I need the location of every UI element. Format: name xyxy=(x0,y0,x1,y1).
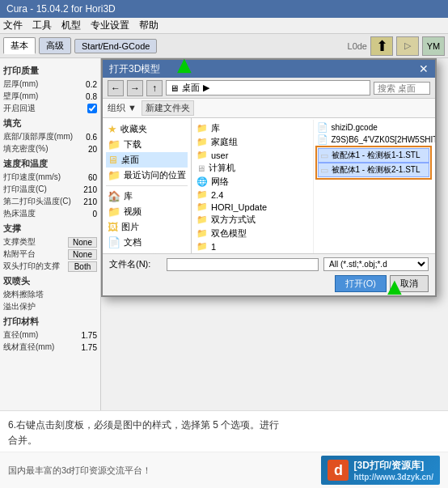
prop-overflow: 溢出保护 xyxy=(3,301,97,312)
section-speed-temp: 速度和温度 xyxy=(3,158,97,170)
folder-1-icon: 📁 xyxy=(197,241,208,252)
dialog-body: ★ 收藏夹 📁 下载 🖥 桌面 📁 最近访 xyxy=(103,118,435,253)
sidebar-video[interactable]: 📁 视频 xyxy=(106,204,188,219)
sidebar-pictures[interactable]: 🖼 图片 xyxy=(106,219,188,235)
desktop-icon: 🖥 xyxy=(108,154,118,166)
prop-diameter: 直径(mm) 1.75 xyxy=(3,329,97,341)
stl2-icon: ▭ xyxy=(320,165,328,176)
prop-print-temp: 打印温度(C) 210 xyxy=(3,184,97,195)
toolbar-icon1[interactable]: ⬆ xyxy=(370,36,393,56)
documents-icon: 📄 xyxy=(108,236,120,248)
path-text: 桌面 xyxy=(182,82,200,94)
footer-buttons: 打开(O) 取消 xyxy=(109,275,429,292)
dialog-main-toolbar: 组织 ▼ 新建文件夹 xyxy=(103,99,435,118)
dialog-close-button[interactable]: ✕ xyxy=(419,62,429,75)
menu-help[interactable]: 帮助 xyxy=(139,19,158,32)
dialog-title-bar: 打开3D模型 ✕ xyxy=(103,60,435,78)
dialog-path[interactable]: 🖥 桌面 ▶ xyxy=(166,80,370,95)
desktop-label: 桌面 xyxy=(121,154,139,166)
menu-tools[interactable]: 工具 xyxy=(32,19,52,32)
tab-gcode[interactable]: Start/End-GCode xyxy=(74,39,157,53)
app-title: Cura - 15.04.2 for Hori3D xyxy=(6,3,116,15)
retraction-checkbox[interactable] xyxy=(87,104,97,113)
menu-file[interactable]: 文件 xyxy=(3,19,23,32)
section-support: 支撑 xyxy=(3,223,97,235)
file-item-hori[interactable]: 📁 HORI_Update xyxy=(195,201,311,213)
file-item-network[interactable]: 🌐 网络 xyxy=(195,175,311,189)
menu-pro-settings[interactable]: 专业设置 xyxy=(91,19,129,32)
library-label: 库 xyxy=(124,190,133,202)
menu-machine[interactable]: 机型 xyxy=(61,19,81,32)
file-item-shizi[interactable]: 📄 shiziD.gcode xyxy=(315,121,433,134)
sidebar-downloads[interactable]: 📁 下载 xyxy=(106,137,188,152)
file-item-computer[interactable]: 🖥 计算机 xyxy=(195,161,311,175)
toolbar-icon2[interactable]: ▷ xyxy=(396,36,419,56)
downloads-label: 下载 xyxy=(124,138,142,151)
sidebar-desktop[interactable]: 🖥 桌面 xyxy=(106,152,188,168)
prop-bed-temp: 热床温度 0 xyxy=(3,208,97,219)
pictures-icon: 🖼 xyxy=(108,221,118,233)
sidebar-favorites[interactable]: ★ 收藏夹 xyxy=(106,121,188,137)
content-area: ▼ 打开3D模型 ✕ ← → ↑ 🖥 桌面 ▶ xyxy=(101,58,448,410)
prop-support-type: 支撑类型 None xyxy=(3,236,97,248)
section-material: 打印材料 xyxy=(3,316,97,328)
dialog-forward-button[interactable]: → xyxy=(127,80,143,96)
video-label: 视频 xyxy=(124,206,142,218)
section-dual-head: 双喷头 xyxy=(3,275,97,287)
filename-label: 文件名(N): xyxy=(109,258,162,270)
dialog-toolbar: ← → ↑ 🖥 桌面 ▶ xyxy=(103,78,435,99)
file-item-user[interactable]: 📁 user xyxy=(195,149,311,161)
brand-text-container: [3D打印/资源库] http://www.3dzyk.cn/ xyxy=(353,459,433,482)
sidebar-library[interactable]: 🏠 库 xyxy=(106,189,188,204)
open-button[interactable]: 打开(O) xyxy=(335,275,387,292)
library-folder-icon: 📁 xyxy=(197,123,208,134)
brand-d-letter: d xyxy=(328,460,349,481)
open-file-dialog: 打开3D模型 ✕ ← → ↑ 🖥 桌面 ▶ 组织 xyxy=(101,58,437,297)
dual-support-value: Both xyxy=(68,261,97,272)
title-bar: Cura - 15.04.2 for Hori3D xyxy=(0,0,448,18)
favorites-label: 收藏夹 xyxy=(120,123,147,135)
prop-filament-diameter: 线材直径(mm) 1.75 xyxy=(3,342,97,353)
file-item-homegroup[interactable]: 📁 家庭组 xyxy=(195,135,311,149)
filetype-select[interactable]: All (*.stl;*.obj;*.d xyxy=(323,257,429,271)
bottom-text-area: 6.右键点击刻度板，必须是图中的样式，选择第 5 个选项。进行 合并。 xyxy=(0,410,448,452)
video-icon: 📁 xyxy=(108,206,120,218)
file-item-stl2[interactable]: ▭ 被配体1 - 检测板2-1.STL xyxy=(318,163,430,177)
dialog-search-input[interactable] xyxy=(374,82,430,95)
organize-button[interactable]: 组织 ▼ xyxy=(108,102,137,114)
prop-adhesion: 粘附平台 None xyxy=(3,248,97,260)
new-folder-button[interactable]: 新建文件夹 xyxy=(142,100,194,116)
file-item-24[interactable]: 📁 2.4 xyxy=(195,189,311,201)
path-arrow: ▶ xyxy=(203,83,209,93)
dialog-sidebar: ★ 收藏夹 📁 下载 🖥 桌面 📁 最近访 xyxy=(103,118,192,253)
selected-files-group: ▭ 被配体1 - 检测板1-1.STL ▭ 被配体1 - 检测板2-1.STL xyxy=(315,146,433,180)
prop-head2-temp: 第二打印头温度(C) 210 xyxy=(3,196,97,207)
user-folder-icon: 📁 xyxy=(197,150,208,160)
green-arrow-bottom: ▼ xyxy=(382,275,407,303)
dialog-back-button[interactable]: ← xyxy=(108,80,124,96)
bottom-line2: 合并。 xyxy=(8,435,37,446)
dual-color-icon: 📁 xyxy=(197,228,208,239)
shizi-icon: 📄 xyxy=(317,122,328,133)
section-print-quality: 打印质量 xyxy=(3,65,97,77)
filename-input[interactable] xyxy=(167,258,319,271)
dual-method-icon: 📁 xyxy=(197,214,208,225)
computer-icon2: 🖥 xyxy=(197,163,205,173)
sidebar-documents[interactable]: 📄 文档 xyxy=(106,235,188,250)
recent-label: 最近访问的位置 xyxy=(124,169,186,181)
file-item-z9s[interactable]: 📄 Z9S)B6_4'VZK0S[2HW5SHIT xyxy=(315,134,433,146)
library-icon: 🏠 xyxy=(108,190,120,202)
prop-wall-thickness: 壁厚(mm) 0.8 xyxy=(3,91,97,102)
dialog-up-button[interactable]: ↑ xyxy=(146,80,163,96)
toolbar-ym[interactable]: YM xyxy=(422,36,445,56)
file-item-dual-method[interactable]: 📁 双方方式试 xyxy=(195,213,311,227)
branding-area: 国内最丰富的3d打印资源交流平台！ d [3D打印/资源库] http://ww… xyxy=(0,452,448,488)
file-item-library[interactable]: 📁 库 xyxy=(195,121,311,135)
file-item-stl1[interactable]: ▭ 被配体1 - 检测板1-1.STL xyxy=(318,148,430,163)
sidebar-recent[interactable]: 📁 最近访问的位置 xyxy=(106,168,188,183)
tab-basic[interactable]: 基本 xyxy=(3,37,36,54)
file-item-dual-color[interactable]: 📁 双色模型 xyxy=(195,227,311,240)
file-item-1[interactable]: 📁 1 xyxy=(195,240,311,252)
brand-url: http://www.3dzyk.cn/ xyxy=(353,473,433,482)
tab-advanced[interactable]: 高级 xyxy=(39,37,71,54)
